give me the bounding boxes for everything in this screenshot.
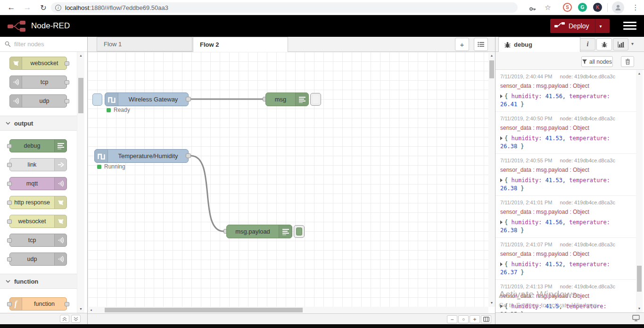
double-chevron-up-icon [62, 317, 67, 321]
clear-messages-button[interactable] [621, 56, 634, 67]
add-flow-button[interactable]: + [455, 38, 469, 51]
expand-arrow-icon[interactable] [500, 136, 503, 140]
address-bar[interactable]: i localhost:1880/#flow/7eddbe69.50aa3 [51, 2, 518, 13]
palette: websocket tcp udp output debug [0, 37, 88, 324]
navigator-button[interactable] [481, 315, 491, 323]
scroll-thumb[interactable] [105, 308, 303, 312]
output-port[interactable] [186, 97, 191, 101]
scroll-up-icon[interactable]: ▲ [488, 53, 495, 59]
palette-node-tcp-out[interactable]: tcp [9, 234, 67, 247]
canvas-vscrollbar[interactable]: ▲ ▼ [488, 52, 495, 307]
palette-node-function[interactable]: f function [9, 297, 67, 311]
node-port[interactable] [7, 238, 12, 243]
filter-all-nodes-button[interactable]: all nodes [581, 56, 613, 67]
palette-node-websocket-in[interactable]: websocket [9, 57, 67, 70]
scroll-up-icon[interactable]: ▲ [636, 71, 643, 76]
extension-icon-1[interactable]: S [563, 3, 572, 12]
node-port[interactable] [65, 99, 69, 103]
palette-node-link[interactable]: link [9, 158, 67, 171]
password-key-icon[interactable] [527, 3, 538, 15]
expand-arrow-icon[interactable] [500, 304, 503, 308]
node-msg-debug[interactable]: msg [265, 93, 309, 106]
node-port[interactable] [7, 144, 12, 148]
palette-node-udp-in[interactable]: udp [9, 94, 67, 108]
collapse-all-button[interactable] [60, 315, 69, 323]
palette-node-tcp-in[interactable]: tcp [9, 76, 67, 89]
node-port[interactable] [65, 80, 69, 84]
node-port[interactable] [65, 61, 69, 66]
flow-canvas[interactable]: Wireless Gateway Ready msg Temperature/H… [88, 52, 488, 307]
palette-node-mqtt[interactable]: mqtt [9, 177, 67, 190]
wire-temp-to-payload[interactable] [191, 156, 223, 231]
expand-arrow-icon[interactable] [500, 220, 503, 224]
flow-list-button[interactable] [474, 38, 488, 51]
tab-flow-2[interactable]: Flow 2 [193, 37, 288, 52]
zoom-in-button[interactable]: + [470, 315, 480, 323]
scroll-up-icon[interactable]: ▲ [77, 53, 84, 59]
palette-node-websocket-out[interactable]: websocket [9, 215, 67, 228]
msg-payload-toggle-button[interactable] [294, 225, 305, 238]
expand-arrow-icon[interactable] [500, 94, 503, 98]
taskbar-edge [0, 324, 644, 328]
palette-node-udp-out[interactable]: udp [9, 252, 67, 266]
debug-message: 7/11/2019, 2:40:44 PMnode: 419db4ce.d8ca… [495, 70, 636, 112]
node-msg-payload-debug[interactable]: msg.payload [226, 225, 292, 238]
site-info-icon[interactable]: i [55, 5, 61, 11]
filter-nodes-input[interactable] [14, 41, 80, 48]
node-port[interactable] [7, 182, 12, 186]
tab-flow-1[interactable]: Flow 1 [97, 37, 192, 51]
node-port[interactable] [65, 302, 69, 306]
node-port[interactable] [7, 201, 12, 205]
radio-waves-icon [54, 234, 66, 246]
scroll-down-icon[interactable]: ▼ [488, 300, 495, 306]
sidebar-caret-icon[interactable]: ▾ [631, 41, 634, 46]
deploy-button[interactable]: Deploy ▾ [550, 19, 610, 33]
canvas-hscrollbar[interactable]: ◂ [88, 307, 488, 313]
zoom-out-button[interactable]: − [447, 315, 457, 323]
info-tab-button[interactable]: i [580, 38, 595, 50]
tab-debug[interactable]: debug [498, 37, 580, 52]
node-port[interactable] [7, 257, 12, 261]
deploy-caret-icon[interactable]: ▾ [595, 24, 606, 29]
scroll-left-icon[interactable]: ◂ [89, 307, 93, 313]
scroll-down-icon[interactable]: ▼ [636, 306, 643, 311]
browser-menu-icon[interactable]: ⋮ [630, 2, 641, 13]
open-debug-window-button[interactable] [632, 315, 640, 323]
msg-debug-toggle-button[interactable] [310, 93, 321, 106]
message-timestamp: 7/11/2019, 2:40:55 PM [500, 158, 553, 163]
node-port[interactable] [7, 219, 12, 224]
scroll-thumb[interactable] [489, 60, 494, 78]
node-port[interactable] [7, 163, 12, 167]
forward-icon[interactable]: → [22, 2, 33, 13]
scroll-thumb[interactable] [637, 266, 642, 292]
expand-arrow-icon[interactable] [500, 262, 503, 266]
palette-section-output[interactable]: output [0, 116, 77, 131]
expand-arrow-icon[interactable] [500, 178, 503, 182]
scroll-thumb[interactable] [78, 78, 83, 113]
bookmark-star-icon[interactable]: ☆ [542, 2, 553, 13]
zoom-reset-button[interactable]: ○ [458, 315, 469, 323]
refresh-icon[interactable]: ↻ [38, 2, 49, 13]
sidebar-scrollbar[interactable]: ▲ ▼ [636, 70, 643, 312]
extension-icon-3[interactable]: K [593, 3, 602, 12]
profile-avatar[interactable] [612, 1, 624, 14]
debug-tab-button[interactable] [596, 38, 612, 50]
wireless-gateway-node-button[interactable] [92, 93, 102, 106]
node-temperature-humidity[interactable]: Temperature/Humidity [94, 149, 189, 163]
node-port[interactable] [7, 302, 12, 306]
palette-scrollbar[interactable]: ▲ ▼ [77, 52, 84, 313]
palette-node-debug[interactable]: debug [9, 139, 67, 152]
output-port[interactable] [186, 153, 191, 158]
back-icon[interactable]: ← [6, 2, 17, 13]
expand-all-button[interactable] [71, 315, 81, 323]
palette-node-http-response[interactable]: http response [9, 196, 67, 209]
websocket-icon [54, 215, 66, 227]
main-menu-icon[interactable] [623, 22, 636, 32]
message-payload: { humidity: 41.56, temperature: 26.38 } [500, 219, 631, 235]
scroll-down-icon[interactable]: ▼ [77, 306, 84, 312]
node-wireless-gateway[interactable]: Wireless Gateway [105, 93, 189, 106]
radio-waves-icon [10, 95, 22, 107]
palette-section-function[interactable]: function [0, 274, 77, 289]
extension-icon-2[interactable]: G [578, 3, 587, 12]
dashboard-tab-button[interactable] [613, 38, 628, 50]
